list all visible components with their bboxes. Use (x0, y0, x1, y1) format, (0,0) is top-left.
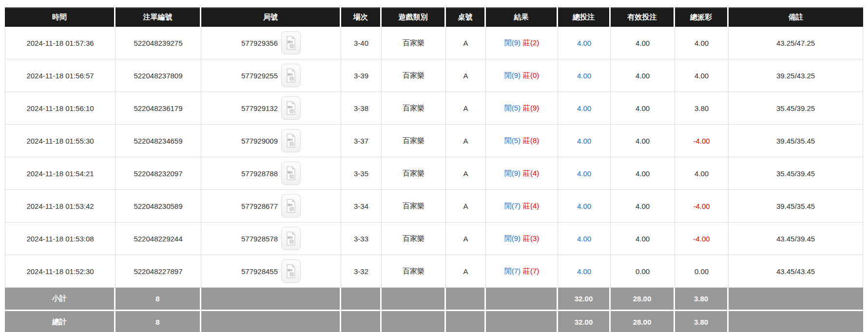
payout-value: 3.80 (694, 104, 709, 112)
cell-remark: 39.25/43.25 (729, 59, 863, 92)
video-replay-icon[interactable] (281, 96, 301, 120)
cell-total-bet: 4.00 (558, 59, 611, 92)
cell-session: 3-33 (341, 222, 382, 255)
cell-round-no: 577929009 (201, 125, 341, 157)
cell-session: 3-38 (341, 92, 382, 125)
cell-result: 閒(7)莊(4) (486, 190, 558, 222)
cell-round-no: 577929255 (201, 59, 341, 92)
result-player: 閒(5) (504, 136, 521, 145)
video-replay-icon[interactable] (281, 259, 301, 283)
cell-total-bet: 4.00 (558, 27, 611, 59)
cell-time: 2024-11-18 01:53:08 (5, 222, 116, 255)
cell-total-bet: 4.00 (558, 157, 611, 190)
cell-result: 閒(5)莊(8) (486, 125, 558, 157)
cell-bet-no: 522048234659 (116, 125, 201, 157)
cell-time: 2024-11-18 01:57:36 (5, 27, 116, 59)
cell-result: 閒(9)莊(0) (486, 59, 558, 92)
cell-valid-bet: 4.00 (611, 27, 675, 59)
result-banker: 莊(4) (523, 202, 539, 210)
cell-result: 閒(9)莊(2) (486, 27, 558, 59)
cell-bet-no: 522048230589 (116, 190, 201, 222)
col-header-total-bet: 總投注 (558, 7, 611, 27)
cell-valid-bet: 4.00 (611, 222, 675, 255)
payout-value: -4.00 (693, 137, 710, 145)
payout-value: 0.00 (694, 267, 709, 276)
bet-record-row: 2024-11-18 01:53:42 522048230589 5779286… (5, 190, 863, 222)
cell-time: 2024-11-18 01:56:57 (5, 59, 116, 92)
result-banker: 莊(3) (523, 234, 539, 242)
total-label: 總計 (5, 310, 116, 332)
cell-table-no: A (446, 255, 486, 288)
video-replay-icon[interactable] (281, 227, 301, 250)
video-replay-icon[interactable] (281, 194, 301, 218)
cell-total-payout: 4.00 (675, 27, 729, 59)
cell-bet-no: 522048239275 (116, 27, 201, 59)
cell-result: 閒(9)莊(4) (486, 157, 558, 190)
cell-valid-bet: 4.00 (611, 92, 675, 125)
bet-record-row: 2024-11-18 01:57:36 522048239275 5779293… (5, 27, 863, 59)
cell-game-type: 百家樂 (382, 27, 446, 59)
cell-session: 3-40 (341, 27, 382, 59)
cell-result: 閒(9)莊(3) (486, 222, 558, 255)
cell-time: 2024-11-18 01:53:42 (5, 190, 116, 222)
total-total-bet: 32.00 (558, 310, 611, 332)
payout-value: -4.00 (693, 235, 710, 243)
cell-total-bet: 4.00 (558, 92, 611, 125)
cell-game-type: 百家樂 (382, 59, 446, 92)
cell-bet-no: 522048237809 (116, 59, 201, 92)
subtotal-row: 小計 8 32.00 28.00 3.80 (5, 288, 863, 310)
table-footer: 小計 8 32.00 28.00 3.80 總計 8 32.00 28.00 3… (5, 288, 863, 332)
payout-value: 4.00 (694, 169, 709, 178)
cell-session: 3-34 (341, 190, 382, 222)
cell-round-no: 577928455 (201, 255, 341, 288)
cell-total-bet: 4.00 (558, 125, 611, 157)
cell-game-type: 百家樂 (382, 92, 446, 125)
cell-remark: 43.25/47.25 (729, 27, 863, 59)
cell-remark: 39.45/35.45 (729, 125, 863, 157)
cell-time: 2024-11-18 01:54:21 (5, 157, 116, 190)
cell-remark: 43.45/43.45 (729, 255, 863, 288)
cell-result: 閒(5)莊(9) (486, 92, 558, 125)
col-header-time: 時間 (5, 7, 116, 27)
cell-total-bet: 4.00 (558, 190, 611, 222)
cell-valid-bet: 4.00 (611, 157, 675, 190)
cell-time: 2024-11-18 01:56:10 (5, 92, 116, 125)
video-replay-icon[interactable] (281, 129, 301, 152)
result-banker: 莊(2) (523, 38, 539, 47)
cell-table-no: A (446, 92, 486, 125)
cell-game-type: 百家樂 (382, 255, 446, 288)
col-header-game-type: 遊戲類別 (382, 7, 446, 27)
bet-record-row: 2024-11-18 01:56:57 522048237809 5779292… (5, 59, 863, 92)
cell-game-type: 百家樂 (382, 190, 446, 222)
subtotal-valid-bet: 28.00 (611, 288, 675, 310)
cell-remark: 39.45/35.45 (729, 190, 863, 222)
video-replay-icon[interactable] (281, 31, 301, 55)
cell-round-no: 577928677 (201, 190, 341, 222)
result-player: 閒(9) (504, 38, 521, 47)
cell-remark: 35.45/39.25 (729, 92, 863, 125)
bet-record-row: 2024-11-18 01:53:08 522048229244 5779285… (5, 222, 863, 255)
result-banker: 莊(8) (523, 136, 539, 145)
payout-value: 4.00 (694, 39, 709, 47)
cell-bet-no: 522048227897 (116, 255, 201, 288)
cell-bet-no: 522048232097 (116, 157, 201, 190)
cell-game-type: 百家樂 (382, 125, 446, 157)
cell-total-payout: 3.80 (675, 92, 729, 125)
col-header-table-no: 桌號 (446, 7, 486, 27)
cell-total-payout: 0.00 (675, 255, 729, 288)
col-header-remark: 備註 (729, 7, 863, 27)
cell-time: 2024-11-18 01:55:30 (5, 125, 116, 157)
cell-table-no: A (446, 59, 486, 92)
cell-table-no: A (446, 222, 486, 255)
result-player: 閒(7) (504, 267, 521, 275)
total-row: 總計 8 32.00 28.00 3.80 (5, 310, 863, 332)
result-banker: 莊(0) (523, 71, 539, 79)
cell-session: 3-39 (341, 59, 382, 92)
video-replay-icon[interactable] (281, 162, 301, 185)
table-body: 2024-11-18 01:57:36 522048239275 5779293… (5, 27, 863, 288)
subtotal-total-payout: 3.80 (675, 288, 729, 310)
cell-table-no: A (446, 190, 486, 222)
result-player: 閒(9) (504, 234, 521, 242)
col-header-total-payout: 總派彩 (675, 7, 729, 27)
video-replay-icon[interactable] (281, 64, 301, 87)
